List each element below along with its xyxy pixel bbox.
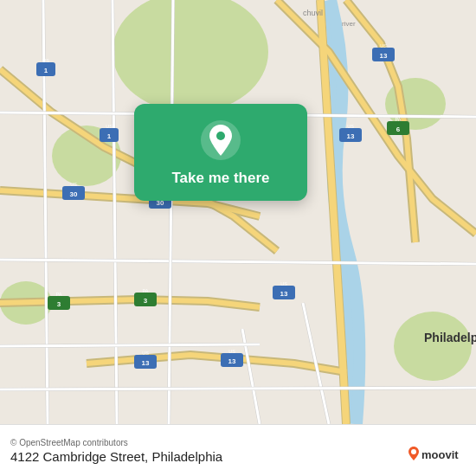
- map-container: 1 US 1 US 30 US 30 US 13 US 13 US 13 US …: [0, 0, 476, 424]
- take-me-there-label: Take me there: [171, 170, 269, 187]
- svg-text:13: 13: [228, 357, 236, 365]
- svg-text:river: river: [342, 20, 356, 28]
- svg-text:Philadelp: Philadelp: [424, 331, 476, 344]
- svg-text:3: 3: [144, 297, 148, 305]
- moovit-logo: moovit: [407, 445, 467, 469]
- svg-text:1: 1: [107, 132, 112, 140]
- svg-text:US: US: [106, 124, 113, 129]
- svg-text:US: US: [280, 281, 287, 286]
- attribution: © OpenStreetMap contributors: [10, 438, 466, 447]
- svg-text:US: US: [70, 182, 77, 187]
- svg-text:US: US: [42, 58, 49, 63]
- take-me-there-card[interactable]: Take me there: [134, 104, 307, 201]
- bottom-bar: © OpenStreetMap contributors 4122 Cambri…: [0, 424, 476, 476]
- svg-text:1: 1: [44, 67, 48, 74]
- svg-text:US: US: [347, 124, 354, 129]
- svg-text:chuvil: chuvil: [303, 9, 323, 17]
- svg-text:13: 13: [280, 290, 288, 298]
- svg-text:US: US: [142, 351, 149, 356]
- address-line: 4122 Cambridge Street, Philadelphia: [10, 449, 466, 464]
- svg-text:3: 3: [57, 300, 61, 308]
- svg-text:6: 6: [396, 125, 401, 133]
- svg-text:US: US: [380, 43, 387, 48]
- svg-text:13: 13: [142, 359, 150, 367]
- svg-text:13: 13: [347, 132, 355, 140]
- svg-text:moovit: moovit: [421, 448, 459, 461]
- svg-text:PA: PA: [143, 288, 149, 293]
- svg-text:13: 13: [380, 52, 388, 60]
- svg-point-46: [216, 132, 225, 140]
- svg-text:PA: PA: [396, 117, 402, 122]
- svg-text:30: 30: [70, 190, 78, 198]
- svg-text:PA: PA: [56, 292, 62, 297]
- svg-point-5: [394, 312, 472, 381]
- location-pin-icon: [200, 119, 241, 161]
- svg-point-47: [411, 449, 416, 454]
- svg-text:US: US: [228, 349, 235, 354]
